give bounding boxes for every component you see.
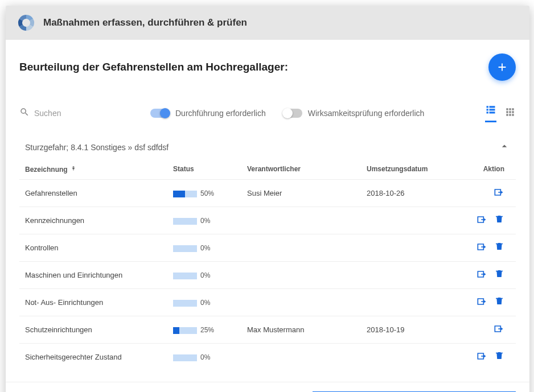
cell-status: 0% (173, 353, 247, 361)
cell-responsible: Max Mustermann (247, 325, 367, 334)
open-icon[interactable] (476, 214, 487, 227)
table-row: Schutzeinrichtungen25%Max Mustermann2018… (19, 316, 516, 343)
header-bar: Maßnahmen erfassen, durchführen & prüfen (6, 6, 529, 40)
group-prefix: Sturzgefahr; 8.4.1 Sonstiges » (25, 143, 132, 152)
progress-label: 0% (200, 353, 210, 361)
toggle-effectiveness-label: Wirksamkeitsprüfung erforderlich (308, 109, 425, 118)
progress-bar (173, 191, 197, 197)
add-button[interactable] (488, 53, 516, 81)
cell-actions (446, 269, 510, 282)
cell-status: 0% (173, 216, 247, 225)
progress-label: 0% (200, 244, 210, 252)
open-icon[interactable] (476, 296, 487, 309)
grid-view-icon[interactable] (504, 106, 516, 120)
group-suffix: dsf sdfdsf (134, 143, 169, 152)
progress-label: 25% (200, 326, 214, 334)
open-icon[interactable] (493, 323, 504, 336)
open-icon[interactable] (476, 269, 487, 282)
table-row: Kennzeichnungen0% (19, 207, 516, 234)
table-row: Gefahrenstellen50%Susi Meier2018-10-26 (19, 179, 516, 207)
table-row: Kontrollen0% (19, 234, 516, 261)
table-row: Sicherheitsgerechter Zustand0% (19, 343, 516, 370)
progress-bar (173, 273, 197, 279)
cell-date: 2018-10-26 (367, 189, 446, 197)
progress-bar (173, 300, 197, 307)
cell-status: 0% (173, 271, 247, 279)
col-header-status[interactable]: Status (173, 165, 247, 174)
header-title: Maßnahmen erfassen, durchführen & prüfen (43, 17, 247, 28)
table-row: Not- Aus- Einrichtungen0% (19, 288, 516, 316)
cell-actions (446, 214, 510, 227)
cell-name: Kennzeichnungen (25, 216, 173, 225)
progress-bar (173, 218, 197, 225)
col-header-action: Aktion (446, 165, 510, 174)
delete-icon[interactable] (494, 350, 504, 364)
cell-actions (446, 187, 510, 200)
progress-label: 0% (200, 217, 210, 225)
table-row: Maschinen und Einrichtungen0% (19, 261, 516, 288)
cell-name: Schutzeinrichtungen (25, 325, 173, 334)
delete-icon[interactable] (494, 296, 504, 309)
progress-bar (173, 245, 197, 252)
cell-status: 50% (173, 189, 247, 197)
col-header-responsible[interactable]: Verantwortlicher (247, 165, 367, 174)
app-logo-icon (17, 14, 35, 32)
search-icon (19, 107, 30, 119)
page-title: Beurteilung der Gefahrenstellen am Hochr… (19, 61, 288, 73)
progress-label: 50% (200, 189, 214, 197)
cell-name: Maschinen und Einrichtungen (25, 271, 173, 279)
col-header-date[interactable]: Umsetzungsdatum (367, 165, 446, 174)
cell-date: 2018-10-19 (367, 325, 446, 334)
cell-name: Gefahrenstellen (25, 189, 173, 197)
cell-status: 0% (173, 244, 247, 252)
list-view-icon[interactable] (485, 104, 496, 122)
cell-name: Kontrollen (25, 244, 173, 252)
cell-name: Not- Aus- Einrichtungen (25, 298, 173, 307)
cell-name: Sicherheitsgerechter Zustand (25, 353, 173, 361)
search-input[interactable] (34, 109, 114, 118)
cell-actions (446, 241, 510, 254)
delete-icon[interactable] (494, 214, 504, 227)
toggle-execution-label: Durchführung erforderlich (175, 109, 266, 118)
delete-icon[interactable] (494, 241, 504, 254)
progress-label: 0% (200, 271, 210, 279)
col-header-name[interactable]: Bezeichnung (25, 165, 173, 174)
toggle-effectiveness[interactable] (283, 109, 302, 118)
group-title: Sturzgefahr; 8.4.1 Sonstiges » dsf sdfds… (25, 143, 169, 152)
sort-asc-icon (70, 165, 77, 174)
progress-label: 0% (200, 299, 210, 307)
cell-actions (446, 296, 510, 309)
open-icon[interactable] (476, 350, 487, 364)
cell-actions (446, 323, 510, 336)
cell-responsible: Susi Meier (247, 189, 367, 197)
delete-icon[interactable] (494, 269, 504, 282)
search-box[interactable] (19, 107, 133, 119)
cell-actions (446, 350, 510, 364)
open-icon[interactable] (476, 241, 487, 254)
cell-status: 0% (173, 298, 247, 307)
progress-bar (173, 327, 197, 334)
toggle-execution[interactable] (150, 109, 170, 118)
cell-status: 25% (173, 325, 247, 334)
progress-bar (173, 354, 197, 361)
open-icon[interactable] (493, 187, 504, 200)
collapse-icon[interactable] (499, 141, 510, 154)
